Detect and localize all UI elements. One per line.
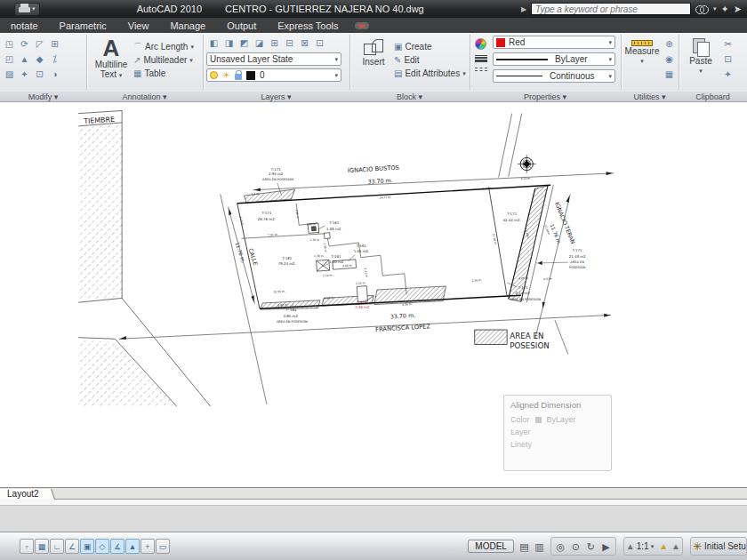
layer-on-icon[interactable] <box>210 71 218 79</box>
panel-label-utilities[interactable]: Utilities ▾ <box>621 92 679 102</box>
edit-attributes-button[interactable]: ▤ Edit Attributes ▾ <box>394 67 466 80</box>
insert-block-button[interactable]: Insert <box>357 39 390 67</box>
quick-calc-icon[interactable]: ▦ <box>663 68 676 81</box>
chevron-down-icon[interactable]: ▾ <box>119 72 123 78</box>
table-button[interactable]: ▦ Table <box>133 67 194 80</box>
lineweight-icon[interactable] <box>475 55 487 62</box>
modify-tool-icon-10[interactable]: ⊡ <box>33 68 46 81</box>
showmotion-icon[interactable]: ▶ <box>598 539 614 554</box>
chevron-down-icon[interactable]: ▾ <box>189 57 193 64</box>
ducs-toggle[interactable]: ▲ <box>125 539 140 554</box>
otrack-toggle[interactable]: ∡ <box>110 539 124 554</box>
color-dropdown[interactable]: Red ▾ <box>493 36 615 49</box>
modify-tool-icon-8[interactable]: ▨ <box>3 68 16 81</box>
model-space-button[interactable]: MODEL <box>468 540 514 553</box>
layer-tool-icon-5[interactable]: ⊟ <box>283 36 296 50</box>
workspace-name[interactable]: Initial Setu <box>704 541 746 551</box>
chevron-down-icon[interactable]: ▾ <box>640 56 644 66</box>
layer-tool-icon-7[interactable]: ⊡ <box>313 36 326 50</box>
polar-toggle[interactable]: ∠ <box>65 539 79 554</box>
chevron-down-icon[interactable]: ▾ <box>190 44 194 51</box>
measure-button[interactable]: Measure ▾ <box>624 40 660 66</box>
lwt-toggle[interactable]: ▭ <box>156 539 170 554</box>
multiline-text-button[interactable]: A Multiline Text ▾ <box>92 36 130 80</box>
print-icon[interactable] <box>19 5 30 13</box>
dyn-toggle[interactable]: + <box>141 539 155 554</box>
layer-tool-icon-1[interactable]: ◨ <box>222 36 236 50</box>
orbit-icon[interactable]: ↻ <box>583 539 598 554</box>
osnap-toggle[interactable]: ▣ <box>80 539 94 554</box>
chevron-down-icon[interactable]: ▾ <box>699 66 703 76</box>
panel-label-block[interactable]: Block ▾ <box>349 92 470 102</box>
search-input[interactable] <box>531 3 691 15</box>
modify-tool-icon-2[interactable]: ◸ <box>33 37 46 51</box>
modify-tool-icon-9[interactable]: ✦ <box>18 68 31 81</box>
linetype-dropdown[interactable]: Continuous ▾ <box>493 69 615 83</box>
ribbon-tab-notate[interactable]: notate <box>0 20 49 31</box>
snap-toggle[interactable]: ▫ <box>20 539 34 554</box>
grid-toggle[interactable]: ▦ <box>35 539 49 554</box>
chevron-down-icon[interactable]: ▾ <box>32 5 36 12</box>
copy-icon[interactable]: ⊡ <box>721 52 735 66</box>
panel-label-properties[interactable]: Properties ▾ <box>470 92 621 102</box>
quick-view-drawings-icon[interactable]: ▥ <box>532 539 547 554</box>
layer-tool-icon-2[interactable]: ◩ <box>237 36 251 50</box>
subscription-center-icon[interactable]: ✦ <box>721 3 729 15</box>
tab-layout2[interactable]: Layout2 <box>0 489 55 500</box>
ribbon-minimize-icon[interactable] <box>355 22 369 29</box>
match-properties-icon[interactable]: ✦ <box>721 68 735 81</box>
binoculars-search-icon[interactable] <box>695 4 709 13</box>
ribbon-tab-express-tools[interactable]: Express Tools <box>267 20 349 31</box>
quick-access-toolbar[interactable]: ▾ <box>14 3 40 16</box>
cut-icon[interactable]: ✂ <box>721 37 735 51</box>
quick-view-layouts-icon[interactable]: ▤ <box>517 539 532 554</box>
layer-color-swatch[interactable] <box>246 71 255 80</box>
panel-label-layers[interactable]: Layers ▾ <box>203 92 349 102</box>
create-block-button[interactable]: ▣ Create <box>394 40 466 53</box>
ribbon-tab-output[interactable]: Output <box>216 20 267 31</box>
modify-tool-icon-1[interactable]: ⟳ <box>18 37 31 51</box>
modify-tool-icon-4[interactable]: ◰ <box>3 52 16 66</box>
communication-center-icon[interactable]: ➤ <box>734 3 742 15</box>
search-history-icon[interactable]: ▶ <box>521 5 526 13</box>
layer-state-dropdown[interactable]: Unsaved Layer State ▾ <box>206 52 341 66</box>
zoom-icon[interactable]: ⊙ <box>568 539 583 554</box>
lineweight-dropdown[interactable]: ByLayer ▾ <box>493 52 615 66</box>
paste-button[interactable]: Paste ▾ <box>685 38 717 76</box>
layer-tool-icon-4[interactable]: ⊞ <box>268 36 281 50</box>
command-history-area[interactable] <box>0 506 747 532</box>
layer-freeze-icon[interactable]: ☀ <box>222 70 230 80</box>
chevron-down-icon[interactable]: ▾ <box>462 70 466 77</box>
ribbon-tab-manage[interactable]: Manage <box>159 20 216 31</box>
steering-wheel-icon[interactable]: ◎ <box>553 539 568 554</box>
modify-tool-icon-3[interactable]: ⊞ <box>48 37 61 51</box>
modify-tool-icon-7[interactable]: ⁒ <box>48 52 61 66</box>
ortho-toggle[interactable]: ∟ <box>50 539 64 554</box>
annotation-visibility-icon[interactable]: ▲ <box>659 541 668 551</box>
edit-block-button[interactable]: ✎ Edit <box>394 53 466 67</box>
chevron-down-icon[interactable]: ▾ <box>651 543 655 550</box>
modify-tool-icon-0[interactable]: ◳ <box>3 37 16 51</box>
drawing-viewport[interactable]: TIEMBREIGNACIO BUSTOS33.70 m.T-1712.94 m… <box>0 102 747 487</box>
layer-tool-icon-0[interactable]: ◧ <box>207 36 221 50</box>
modify-tool-icon-11[interactable]: ◑ <box>48 68 61 81</box>
modify-tool-icon-5[interactable]: ▲ <box>18 52 31 66</box>
osnap3d-toggle[interactable]: ◇ <box>95 539 109 554</box>
layer-tool-icon-3[interactable]: ◪ <box>253 36 266 50</box>
color-wheel-icon[interactable] <box>475 38 486 50</box>
workspace-gear-icon[interactable]: ✳ <box>693 540 702 553</box>
chevron-down-icon[interactable]: ▾ <box>713 5 717 12</box>
layer-dropdown[interactable]: ☀ 0 ▾ <box>206 68 341 82</box>
ribbon-tab-parametric[interactable]: Parametric <box>49 20 117 31</box>
ribbon-tab-view[interactable]: View <box>117 20 160 31</box>
panel-label-annotation[interactable]: Annotation ▾ <box>86 92 203 102</box>
quick-select-icon[interactable]: ◉ <box>663 52 676 66</box>
linetype-icon[interactable] <box>475 68 487 71</box>
annotation-scale-value[interactable]: 1:1 <box>637 541 649 551</box>
annotation-autoscale-icon[interactable]: ▲ <box>671 541 680 551</box>
arc-length-button[interactable]: ⌒ Arc Length ▾ <box>133 40 194 53</box>
id-point-icon[interactable]: ⊕ <box>663 37 676 51</box>
panel-label-modify[interactable]: Modify ▾ <box>0 92 86 102</box>
command-input-line[interactable] <box>0 500 747 506</box>
panel-label-clipboard[interactable]: Clipboard <box>679 92 747 102</box>
